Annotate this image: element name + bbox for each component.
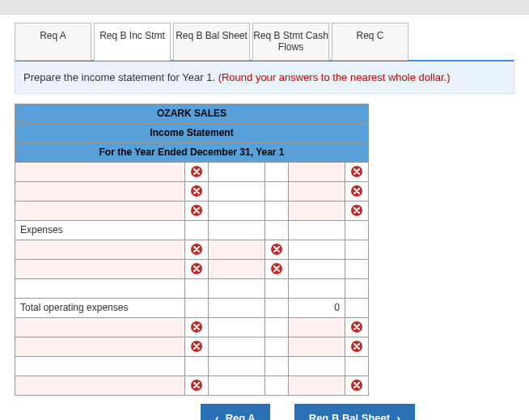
cell-marker <box>185 240 209 259</box>
error-icon <box>350 164 363 180</box>
tab-4[interactable]: Req C <box>332 23 408 61</box>
cell-value[interactable] <box>209 201 265 220</box>
cell-marker <box>345 298 369 317</box>
cell-value[interactable] <box>289 317 345 337</box>
cell-label[interactable] <box>15 375 185 395</box>
cell-label[interactable] <box>15 356 185 375</box>
cell-marker <box>345 375 369 395</box>
table-row <box>15 162 369 181</box>
table-row: Expenses <box>15 220 369 240</box>
cell-value[interactable] <box>209 181 265 201</box>
error-icon <box>350 320 363 335</box>
cell-label[interactable]: Expenses <box>15 220 185 240</box>
sheet-title: OZARK SALES <box>15 104 369 123</box>
cell-marker <box>345 181 369 201</box>
next-label: Req B Bal Sheet <box>309 412 390 420</box>
cell-value[interactable] <box>209 220 265 240</box>
table-row <box>15 240 369 259</box>
cell-value[interactable] <box>209 337 265 356</box>
error-icon <box>190 261 203 277</box>
table-row <box>15 278 369 298</box>
cell-marker <box>265 201 289 220</box>
cell-label[interactable] <box>15 317 185 337</box>
cell-value[interactable] <box>209 356 265 375</box>
table-row <box>15 356 369 375</box>
table-row <box>15 181 369 201</box>
cell-label[interactable] <box>15 240 185 259</box>
cell-marker <box>265 278 289 298</box>
chevron-left-icon: ‹ <box>215 412 219 420</box>
cell-value[interactable] <box>289 201 345 220</box>
error-icon <box>350 378 363 393</box>
tab-0[interactable]: Req A <box>15 23 91 61</box>
cell-value[interactable] <box>289 375 345 395</box>
cell-marker <box>185 201 209 220</box>
cell-marker <box>185 181 209 201</box>
cell-marker <box>185 162 209 181</box>
cell-label[interactable]: Total operating expenses <box>15 298 185 317</box>
instruction-text: Prepare the income statement for Year 1. <box>23 71 218 83</box>
cell-value[interactable] <box>289 240 345 259</box>
nav-buttons: ‹ Req A Req B Bal Sheet › <box>15 404 514 420</box>
prev-button[interactable]: ‹ Req A <box>201 404 270 420</box>
cell-marker <box>345 317 369 337</box>
cell-label[interactable] <box>15 201 185 220</box>
chevron-right-icon: › <box>396 412 400 420</box>
cell-label[interactable] <box>15 259 185 278</box>
cell-value[interactable] <box>289 220 345 240</box>
sheet-period: For the Year Ended December 31, Year 1 <box>15 142 369 162</box>
error-icon <box>190 164 203 180</box>
cell-marker <box>185 298 209 317</box>
cell-marker <box>185 337 209 356</box>
cell-value[interactable] <box>209 375 265 395</box>
error-icon <box>190 320 203 335</box>
table-row <box>15 317 369 337</box>
prev-label: Req A <box>226 412 256 420</box>
cell-label[interactable] <box>15 162 185 181</box>
error-icon <box>350 339 363 354</box>
error-icon <box>270 242 283 257</box>
table-row <box>15 375 369 395</box>
cell-marker <box>345 240 369 259</box>
instruction-panel: Prepare the income statement for Year 1.… <box>15 60 514 94</box>
error-icon <box>190 339 203 354</box>
cell-value[interactable] <box>289 337 345 356</box>
cell-value[interactable] <box>209 259 265 278</box>
cell-value[interactable] <box>289 278 345 298</box>
cell-marker <box>265 240 289 259</box>
next-button[interactable]: Req B Bal Sheet › <box>294 404 415 420</box>
cell-label[interactable] <box>15 337 185 356</box>
error-icon <box>190 184 203 199</box>
cell-label[interactable] <box>15 278 185 298</box>
cell-marker <box>265 356 289 375</box>
error-icon <box>190 378 203 393</box>
table-row <box>15 259 369 278</box>
cell-value[interactable] <box>289 356 345 375</box>
tab-1[interactable]: Req B Inc Stmt <box>94 23 171 61</box>
cell-marker <box>265 259 289 278</box>
cell-value[interactable] <box>209 317 265 337</box>
cell-label[interactable] <box>15 181 185 201</box>
cell-value[interactable] <box>289 259 345 278</box>
cell-marker <box>345 201 369 220</box>
cell-marker <box>345 259 369 278</box>
income-statement-table: OZARK SALES Income Statement For the Yea… <box>15 104 369 396</box>
tab-2[interactable]: Req B Bal Sheet <box>173 23 250 61</box>
cell-value[interactable] <box>209 298 265 317</box>
cell-value[interactable] <box>209 162 265 181</box>
cell-marker <box>185 317 209 337</box>
error-icon <box>350 184 363 199</box>
error-icon <box>190 242 203 257</box>
cell-marker <box>185 278 209 298</box>
tab-3[interactable]: Req B Stmt Cash Flows <box>252 23 329 61</box>
cell-value[interactable] <box>289 162 345 181</box>
error-icon <box>190 203 203 218</box>
instruction-note: (Round your answers to the nearest whole… <box>218 71 451 83</box>
tab-strip: Req AReq B Inc StmtReq B Bal SheetReq B … <box>15 23 514 61</box>
cell-marker <box>265 220 289 240</box>
cell-value[interactable] <box>289 181 345 201</box>
cell-marker <box>345 356 369 375</box>
cell-value[interactable] <box>209 240 265 259</box>
cell-value[interactable]: 0 <box>289 298 345 317</box>
cell-value[interactable] <box>209 278 265 298</box>
